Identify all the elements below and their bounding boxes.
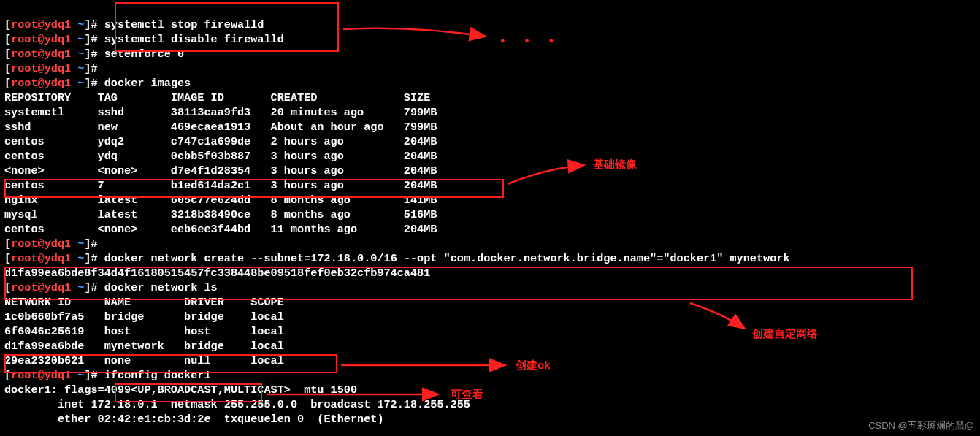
annotation-create-ok: 创建ok xyxy=(516,358,551,372)
table-header: REPOSITORY TAG IMAGE ID CREATED SIZE xyxy=(4,91,430,104)
table-row: centos 7 b1ed614da2c1 3 hours ago 204MB xyxy=(4,179,437,192)
table-row: 29ea2320b621 none null local xyxy=(4,354,284,367)
command-input[interactable]: docker network ls xyxy=(104,281,218,294)
prompt: [root@ydq1 ~]# xyxy=(4,33,98,46)
prompt: [root@ydq1 ~]# xyxy=(4,47,98,61)
output-line: d1fa99ea6bde8f34d4f16180515457fc338448be… xyxy=(4,267,430,280)
prompt: [root@ydq1 ~]# xyxy=(4,237,98,250)
arrow-icon xyxy=(340,22,493,44)
ellipsis-icon: ● ● ● xyxy=(500,34,561,48)
arrow-icon xyxy=(504,161,592,190)
table-row: centos ydq2 c747c1a699de 2 hours ago 204… xyxy=(4,135,437,148)
table-row: 1c0b660bf7a5 bridge bridge local xyxy=(4,310,284,324)
command-input[interactable]: docker network create --subnet=172.18.0.… xyxy=(104,252,790,265)
watermark-text: CSDN @五彩斑斓的黑@ xyxy=(868,418,974,433)
arrow-icon xyxy=(686,299,752,336)
table-header: NETWORK ID NAME DRIVER SCOPE xyxy=(4,296,284,309)
table-row: nginx latest 605c77e624dd 8 months ago 1… xyxy=(4,194,437,207)
command-input[interactable]: systemctl stop firewalld xyxy=(104,18,264,31)
prompt: [root@ydq1 ~]# xyxy=(4,62,98,75)
table-row: sshd new 469ecaea1913 About an hour ago … xyxy=(4,121,437,134)
command-input[interactable]: setenforce 0 xyxy=(104,47,184,61)
output-line: ether 02:42:e1:cb:3d:2e txqueuelen 0 (Et… xyxy=(4,413,384,426)
arrow-icon xyxy=(337,358,513,372)
prompt: [root@ydq1 ~]# xyxy=(4,252,98,265)
annotation-create-custom-net: 创建自定网络 xyxy=(752,326,818,341)
table-row: d1fa99ea6bde mynetwork bridge local xyxy=(4,340,284,353)
table-row: centos ydq 0cbb5f03b887 3 hours ago 204M… xyxy=(4,150,437,163)
annotation-can-view: 可查看 xyxy=(451,387,483,402)
table-row: centos <none> eeb6ee3f44bd 11 months ago… xyxy=(4,223,437,236)
table-row: 6f6046c25619 host host local xyxy=(4,325,284,338)
table-row: systemctl sshd 38113caa9fd3 20 minutes a… xyxy=(4,106,437,119)
prompt: [root@ydq1 ~]# xyxy=(4,18,98,31)
arrow-icon xyxy=(263,387,445,402)
command-input[interactable]: systemctl disable firewalld xyxy=(104,33,284,46)
table-row: <none> <none> d7e4f1d28354 3 hours ago 2… xyxy=(4,164,437,177)
command-input[interactable]: docker images xyxy=(104,77,191,90)
prompt: [root@ydq1 ~]# xyxy=(4,369,98,382)
table-row: mysql latest 3218b38490ce 8 months ago 5… xyxy=(4,208,437,221)
prompt: [root@ydq1 ~]# xyxy=(4,281,98,294)
annotation-base-image: 基础镜像 xyxy=(593,157,637,172)
prompt: [root@ydq1 ~]# xyxy=(4,77,98,90)
command-input[interactable]: ifconfig docker1 xyxy=(104,369,211,382)
